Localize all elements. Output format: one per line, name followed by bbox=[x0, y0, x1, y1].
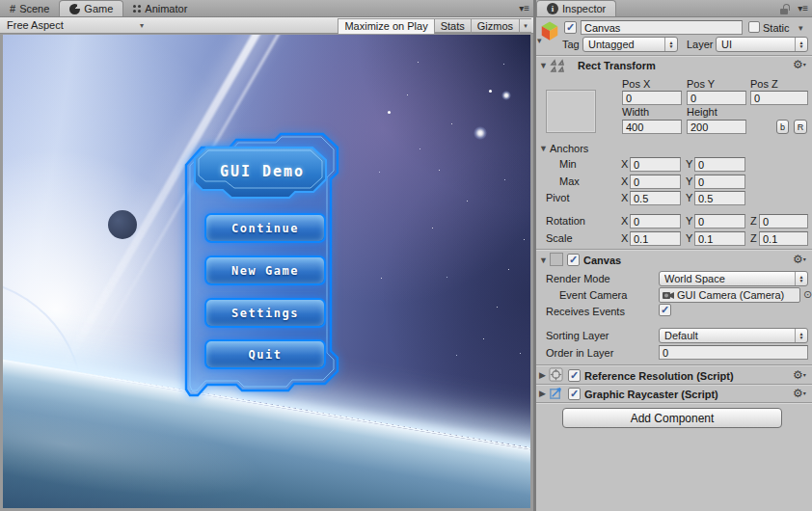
tab-inspector[interactable]: i Inspector bbox=[536, 0, 616, 16]
reference-resolution-icon bbox=[549, 367, 563, 382]
pane-menu-icon[interactable]: ▾≡ bbox=[519, 3, 529, 13]
anchors-min-x-field[interactable] bbox=[630, 157, 681, 172]
tab-scene[interactable]: # Scene bbox=[0, 0, 59, 16]
static-checkbox[interactable] bbox=[748, 21, 760, 33]
canvas-foldout[interactable]: ▼ bbox=[539, 256, 548, 265]
blueprint-mode-button[interactable]: b bbox=[776, 120, 789, 134]
updown-arrows-icon: ▲▼ bbox=[795, 329, 807, 342]
scale-x-field[interactable] bbox=[630, 231, 681, 246]
settings-button[interactable]: Settings bbox=[204, 298, 326, 328]
order-in-layer-field[interactable] bbox=[659, 345, 808, 360]
continue-button[interactable]: Continue bbox=[204, 213, 326, 243]
name-field[interactable] bbox=[581, 20, 743, 35]
rect-transform-foldout[interactable]: ▼ bbox=[539, 61, 548, 70]
reference-resolution-enabled-checkbox[interactable]: ✓ bbox=[568, 369, 581, 382]
raw-edit-mode-button[interactable]: R bbox=[794, 120, 807, 134]
canvas-enabled-checkbox[interactable]: ✓ bbox=[567, 254, 580, 266]
event-camera-object-field[interactable]: GUI Camera (Camera) bbox=[659, 287, 800, 303]
scene-grid-icon: # bbox=[10, 3, 15, 14]
object-picker-icon[interactable]: ⊙ bbox=[803, 288, 812, 301]
tag-label: Tag bbox=[562, 39, 580, 50]
chevron-down-icon: ▾ bbox=[140, 21, 144, 30]
reference-resolution-title: Reference Resolution (Script) bbox=[584, 370, 734, 382]
gameobject-icon-dropdown[interactable]: ▾ bbox=[537, 36, 542, 45]
layer-dropdown[interactable]: UI ▲▼ bbox=[716, 37, 808, 52]
scale-z-field[interactable] bbox=[759, 231, 808, 246]
quit-button[interactable]: Quit bbox=[204, 339, 326, 369]
pos-z-field[interactable] bbox=[750, 91, 808, 105]
canvas-gear-icon[interactable]: ⚙ bbox=[793, 254, 806, 265]
axis-x-label: X bbox=[621, 158, 628, 170]
static-dropdown-arrow[interactable]: ▾ bbox=[798, 23, 803, 33]
gizmos-button[interactable]: Gizmos bbox=[471, 19, 519, 34]
pos-x-field[interactable] bbox=[622, 91, 682, 105]
gizmos-dropdown-arrow[interactable]: ▾ bbox=[519, 19, 531, 34]
scale-label: Scale bbox=[546, 232, 573, 244]
reference-resolution-foldout[interactable]: ▶ bbox=[539, 370, 546, 380]
new-game-button[interactable]: New Game bbox=[204, 256, 326, 285]
reference-resolution-gear-icon[interactable]: ⚙ bbox=[793, 369, 806, 381]
tab-game[interactable]: Game bbox=[59, 0, 123, 16]
toolbar-right-group: Maximize on Play Stats Gizmos ▾ bbox=[338, 18, 531, 33]
lock-icon[interactable] bbox=[780, 4, 790, 14]
anchors-label: Anchors bbox=[550, 143, 588, 154]
add-component-button[interactable]: Add Component bbox=[562, 408, 782, 428]
axis-z-label: Z bbox=[750, 215, 757, 227]
anchors-min-y-field[interactable] bbox=[694, 157, 745, 172]
updown-arrows-icon: ▲▼ bbox=[795, 272, 807, 285]
animator-icon bbox=[133, 5, 136, 8]
bright-star bbox=[474, 126, 487, 140]
tag-dropdown[interactable]: Untagged ▲▼ bbox=[582, 37, 678, 52]
order-in-layer-label: Order in Layer bbox=[546, 347, 613, 359]
stats-button[interactable]: Stats bbox=[434, 19, 471, 34]
pos-x-label: Pos X bbox=[622, 78, 650, 90]
sorting-layer-label: Sorting Layer bbox=[546, 330, 609, 341]
width-label: Width bbox=[622, 106, 649, 118]
height-label: Height bbox=[687, 106, 717, 118]
width-field[interactable] bbox=[622, 120, 682, 134]
updown-arrows-icon: ▲▼ bbox=[664, 38, 677, 51]
rotation-z-field[interactable] bbox=[759, 214, 808, 229]
receives-events-checkbox[interactable]: ✓ bbox=[659, 304, 671, 316]
sorting-layer-dropdown[interactable]: Default ▲▼ bbox=[659, 328, 808, 343]
tab-animator-label: Animator bbox=[145, 3, 187, 14]
rect-transform-gear-icon[interactable]: ⚙ bbox=[793, 59, 806, 70]
add-component-label: Add Component bbox=[631, 412, 715, 425]
render-mode-dropdown[interactable]: World Space ▲▼ bbox=[659, 271, 808, 286]
pivot-y-field[interactable] bbox=[694, 191, 745, 205]
anchors-foldout[interactable]: ▼ bbox=[539, 144, 548, 153]
gizmos-label: Gizmos bbox=[477, 20, 513, 32]
graphic-raycaster-foldout[interactable]: ▶ bbox=[539, 389, 546, 398]
graphic-raycaster-gear-icon[interactable]: ⚙ bbox=[793, 388, 806, 399]
pos-y-field[interactable] bbox=[687, 91, 746, 105]
rotation-y-field[interactable] bbox=[694, 214, 745, 229]
game-icon bbox=[69, 4, 80, 14]
rotation-x-field[interactable] bbox=[630, 214, 681, 229]
new-game-button-label: New Game bbox=[231, 264, 299, 278]
anchors-max-y-field[interactable] bbox=[694, 175, 745, 189]
height-field[interactable] bbox=[687, 120, 746, 134]
anchors-max-x-field[interactable] bbox=[630, 175, 681, 189]
axis-y-label: Y bbox=[686, 158, 692, 170]
scale-y-field[interactable] bbox=[694, 231, 745, 246]
inspector-dock: i Inspector ▾≡ ▾ ✓ Static ▾ Tag Untagged… bbox=[536, 0, 812, 511]
gameobject-cube-icon bbox=[539, 20, 560, 41]
aspect-dropdown[interactable]: Free Aspect ▾ bbox=[3, 18, 148, 33]
maximize-on-play-button[interactable]: Maximize on Play bbox=[338, 19, 433, 34]
gameobject-active-checkbox[interactable]: ✓ bbox=[564, 21, 577, 34]
info-icon: i bbox=[547, 3, 558, 14]
anchors-max-label: Max bbox=[559, 175, 580, 187]
pivot-x-field[interactable] bbox=[630, 191, 681, 205]
tab-inspector-label: Inspector bbox=[562, 3, 606, 14]
inspector-menu-icon[interactable]: ▾≡ bbox=[798, 3, 808, 13]
axis-y-label: Y bbox=[686, 175, 692, 187]
axis-x-label: X bbox=[621, 215, 628, 227]
tab-animator[interactable]: Animator bbox=[123, 0, 197, 16]
anchor-preview-box[interactable] bbox=[546, 90, 596, 133]
pos-z-label: Pos Z bbox=[750, 78, 778, 90]
tab-scene-label: Scene bbox=[19, 3, 49, 14]
graphic-raycaster-enabled-checkbox[interactable]: ✓ bbox=[568, 388, 581, 400]
left-tabstrip: # Scene Game Animator ▾≡ bbox=[0, 0, 533, 17]
tag-dropdown-value: Untagged bbox=[588, 39, 635, 50]
graphic-raycaster-title: Graphic Raycaster (Script) bbox=[584, 389, 718, 400]
